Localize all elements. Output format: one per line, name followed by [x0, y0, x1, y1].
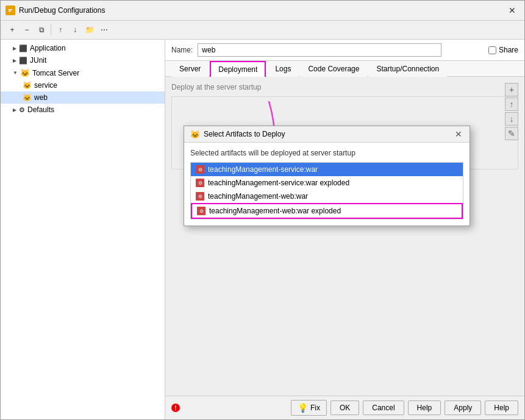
apply-button[interactable]: Apply	[445, 400, 481, 415]
junit-icon: ⬛	[19, 57, 27, 65]
help-button-2[interactable]: Help	[485, 400, 518, 415]
expand-icon: ▶	[13, 46, 16, 51]
sidebar-item-application-label: Application	[30, 44, 66, 52]
title-bar-left: Run/Debug Configurations	[5, 5, 105, 15]
artifact-icon-2: ⚙	[196, 179, 204, 187]
artifact-item-4[interactable]: ⚙ teachingManagement-web:war exploded	[191, 203, 463, 219]
artifact-item-1[interactable]: ⚙ teachingManagement-service:war	[191, 163, 463, 176]
name-input[interactable]	[198, 43, 441, 57]
share-label: Share	[499, 46, 518, 54]
sidebar: ▶ ⬛ Application ▶ ⬛ JUnit ▼ 🐱 Tomcat Ser…	[1, 40, 165, 419]
artifact-label-2: teachingManagement-service:war exploded	[208, 179, 349, 187]
move-up-button[interactable]: ↑	[54, 23, 67, 37]
modal-description: Selected artifacts will be deployed at s…	[190, 149, 463, 157]
add-button[interactable]: +	[5, 23, 19, 37]
fix-button[interactable]: 💡 Fix	[291, 400, 327, 416]
sidebar-item-application[interactable]: ▶ ⬛ Application	[1, 42, 165, 54]
sidebar-item-tomcat-label: Tomcat Server	[32, 69, 79, 77]
sidebar-item-web[interactable]: 🐱 web	[1, 91, 165, 104]
toolbar-separator	[51, 24, 51, 35]
svg-rect-2	[9, 11, 11, 12]
title-bar: Run/Debug Configurations ✕	[1, 1, 524, 21]
sidebar-item-tomcat[interactable]: ▼ 🐱 Tomcat Server	[1, 66, 165, 79]
modal-overlay: 🐱 Select Artifacts to Deploy ✕ Selected …	[165, 77, 524, 396]
window-icon	[5, 5, 15, 15]
more-button[interactable]: ⋯	[98, 23, 111, 37]
cancel-button[interactable]: Cancel	[363, 400, 404, 415]
expand-icon-defaults: ▶	[13, 107, 16, 113]
right-panel: Name: Share Server Deployment Logs	[165, 40, 524, 419]
tab-server[interactable]: Server	[171, 61, 209, 77]
tabs-bar: Server Deployment Logs Code Coverage Sta…	[165, 61, 524, 77]
artifact-label-3: teachingManagement-web:war	[208, 192, 308, 201]
copy-button[interactable]: ⧉	[35, 23, 48, 37]
remove-button[interactable]: −	[20, 23, 34, 37]
sidebar-item-defaults-label: Defaults	[27, 105, 54, 114]
artifact-list: ⚙ teachingManagement-service:war ⚙ teach…	[190, 162, 463, 219]
modal-icon: 🐱	[190, 130, 200, 139]
sidebar-item-service[interactable]: 🐱 service	[1, 79, 165, 91]
folder-button[interactable]: 📁	[83, 23, 96, 37]
share-check[interactable]	[488, 46, 496, 54]
share-checkbox[interactable]: Share	[488, 46, 518, 54]
sidebar-item-web-label: web	[34, 93, 48, 102]
bottom-bar: ! 💡 Fix OK Cancel Help Apply Help	[165, 396, 524, 419]
error-indicator: !	[171, 404, 180, 412]
expand-icon-junit: ▶	[13, 58, 16, 63]
expand-icon-tomcat: ▼	[13, 70, 18, 76]
fix-icon: 💡	[298, 403, 308, 413]
sidebar-item-defaults[interactable]: ▶ ⚙ Defaults	[1, 104, 165, 116]
web-icon: 🐱	[23, 93, 32, 102]
select-artifacts-modal: 🐱 Select Artifacts to Deploy ✕ Selected …	[184, 126, 470, 226]
artifact-label-4: teachingManagement-web:war exploded	[209, 207, 341, 215]
artifact-item-2[interactable]: ⚙ teachingManagement-service:war explode…	[191, 176, 463, 190]
toolbar: + − ⧉ ↑ ↓ 📁 ⋯	[1, 21, 524, 40]
artifact-icon-4: ⚙	[197, 207, 205, 215]
svg-rect-1	[9, 9, 12, 10]
modal-title-bar-left: 🐱 Select Artifacts to Deploy	[190, 130, 285, 139]
modal-body: Selected artifacts will be deployed at s…	[184, 143, 470, 226]
fix-label: Fix	[310, 404, 320, 412]
application-icon: ⬛	[19, 44, 27, 52]
move-down-button[interactable]: ↓	[68, 23, 82, 37]
tomcat-icon: 🐱	[20, 68, 30, 77]
panel-content: Deploy at the server startup + ↑ ↓ ✎	[165, 77, 524, 396]
modal-title: Select Artifacts to Deploy	[204, 130, 285, 138]
window-close-button[interactable]: ✕	[505, 4, 520, 16]
name-bar: Name: Share	[165, 40, 524, 61]
sidebar-item-junit[interactable]: ▶ ⬛ JUnit	[1, 54, 165, 66]
artifact-label-1: teachingManagement-service:war	[208, 165, 318, 174]
defaults-icon: ⚙	[19, 106, 25, 114]
svg-rect-0	[7, 7, 13, 13]
modal-title-bar: 🐱 Select Artifacts to Deploy ✕	[184, 126, 470, 143]
main-window: Run/Debug Configurations ✕ + − ⧉ ↑ ↓ 📁 ⋯…	[0, 0, 525, 420]
artifact-icon-1: ⚙	[196, 165, 204, 174]
artifact-icon-3: ⚙	[196, 192, 204, 201]
main-content: ▶ ⬛ Application ▶ ⬛ JUnit ▼ 🐱 Tomcat Ser…	[1, 40, 524, 419]
window-title: Run/Debug Configurations	[19, 6, 105, 15]
modal-close-button[interactable]: ✕	[454, 129, 463, 139]
ok-button[interactable]: OK	[330, 400, 359, 415]
sidebar-item-service-label: service	[34, 81, 57, 90]
tab-deployment[interactable]: Deployment	[210, 61, 266, 77]
tab-startup-connection[interactable]: Startup/Connection	[368, 61, 447, 77]
tab-logs[interactable]: Logs	[267, 61, 299, 77]
help-button-bottom[interactable]: Help	[408, 400, 441, 415]
name-label: Name:	[171, 46, 193, 54]
sidebar-item-junit-label: JUnit	[30, 56, 46, 65]
service-icon: 🐱	[23, 81, 32, 90]
tab-code-coverage[interactable]: Code Coverage	[300, 61, 367, 77]
artifact-item-3[interactable]: ⚙ teachingManagement-web:war	[191, 190, 463, 203]
